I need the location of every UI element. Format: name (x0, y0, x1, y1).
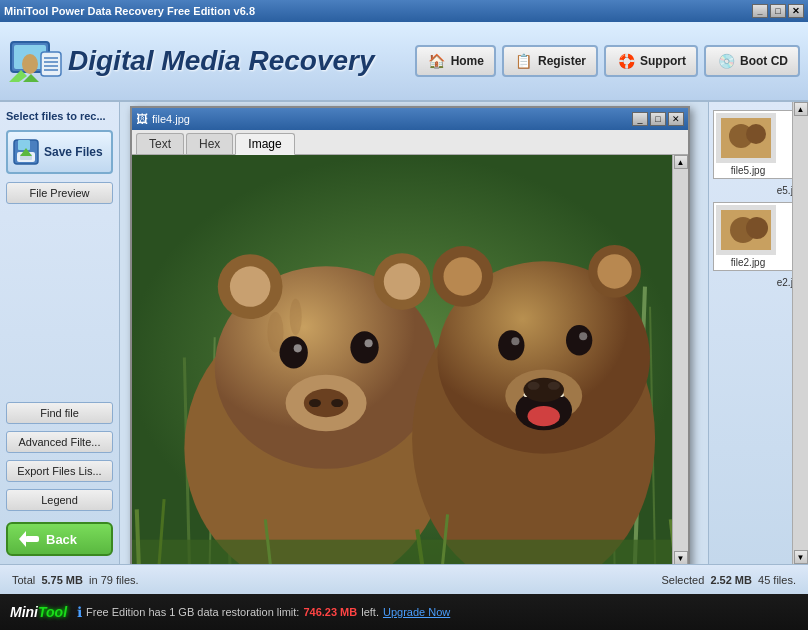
file-name-label: file2.jpg (716, 257, 780, 268)
svg-line-62 (137, 509, 139, 564)
svg-point-36 (294, 344, 302, 352)
minimize-button[interactable]: _ (752, 4, 768, 18)
svg-rect-61 (132, 540, 672, 564)
svg-point-42 (267, 312, 283, 352)
register-button[interactable]: 📋 Register (502, 45, 598, 77)
legend-button[interactable]: Legend (6, 489, 113, 511)
save-files-button[interactable]: Save Files (6, 130, 113, 174)
title-bar-text: MiniTool Power Data Recovery Free Editio… (4, 5, 255, 17)
scroll-up-arrow[interactable]: ▲ (674, 155, 688, 169)
total-status: Total 5.75 MB in 79 files. (12, 574, 139, 586)
sidebar: Select files to rec... Save Files File P… (0, 102, 120, 564)
selected-status: Selected 2.52 MB 45 files. (661, 574, 796, 586)
tab-hex[interactable]: Hex (186, 133, 233, 154)
right-panel: file5.jpg e5.jpg file2.jpg e2.jpg (708, 102, 808, 564)
right-scroll-up-arrow[interactable]: ▲ (794, 102, 808, 116)
preview-tabs: Text Hex Image (132, 130, 688, 155)
tool-text: Tool (38, 604, 67, 620)
svg-rect-16 (25, 536, 39, 542)
home-button[interactable]: 🏠 Home (415, 45, 496, 77)
main-content: Select files to rec... Save Files File P… (0, 102, 808, 564)
nav-buttons: 🏠 Home 📋 Register 🛟 Support 💿 Boot CD (415, 45, 800, 77)
scroll-track-vertical[interactable] (674, 169, 688, 551)
svg-point-53 (579, 332, 587, 340)
svg-point-58 (523, 378, 563, 402)
bootcd-button[interactable]: 💿 Boot CD (704, 45, 800, 77)
svg-point-70 (746, 124, 766, 144)
header: Digital Media Recovery 🏠 Home 📋 Register… (0, 22, 808, 102)
list-item[interactable]: file2.jpg (713, 202, 804, 271)
logo-text: Digital Media Recovery (68, 45, 375, 77)
thumbnail-image (716, 205, 776, 255)
export-files-button[interactable]: Export Files Lis... (6, 460, 113, 482)
maximize-button[interactable]: □ (770, 4, 786, 18)
preview-vertical-scrollbar[interactable]: ▲ ▼ (672, 155, 688, 564)
svg-point-43 (290, 299, 302, 335)
back-arrow-icon (18, 530, 40, 548)
svg-point-51 (566, 325, 592, 355)
bootcd-icon: 💿 (716, 51, 736, 71)
status-bar: Total 5.75 MB in 79 files. Selected 2.52… (0, 564, 808, 594)
svg-point-47 (444, 257, 482, 295)
svg-point-73 (746, 217, 768, 239)
svg-rect-11 (18, 140, 30, 150)
preview-titlebar: 🖼 file4.jpg _ □ ✕ (132, 108, 688, 130)
preview-content: ▲ ▼ (132, 155, 688, 564)
right-scroll-track[interactable] (794, 116, 808, 550)
svg-point-33 (384, 263, 420, 299)
bottom-message: ℹ Free Edition has 1 GB data restoration… (77, 604, 450, 620)
save-icon (12, 138, 40, 166)
preview-restore-button[interactable]: □ (650, 112, 666, 126)
svg-point-59 (528, 382, 540, 390)
back-button[interactable]: Back (6, 522, 113, 556)
svg-marker-15 (19, 531, 26, 547)
tab-text[interactable]: Text (136, 133, 184, 154)
register-icon: 📋 (514, 51, 534, 71)
find-file-button[interactable]: Find file (6, 402, 113, 424)
file-name-label: file5.jpg (716, 165, 780, 176)
svg-point-2 (22, 54, 38, 74)
mini-text: Mini (10, 604, 38, 620)
select-files-label: Select files to rec... (6, 110, 113, 122)
bear-illustration (132, 155, 672, 564)
file-preview-button[interactable]: File Preview (6, 182, 113, 204)
svg-point-41 (331, 399, 343, 407)
close-button[interactable]: ✕ (788, 4, 804, 18)
bottom-bar: Mini Tool ℹ Free Edition has 1 GB data r… (0, 594, 808, 630)
svg-point-60 (548, 382, 560, 390)
info-icon: ℹ (77, 604, 82, 620)
svg-point-57 (528, 406, 560, 426)
preview-title: 🖼 file4.jpg (136, 112, 190, 126)
scroll-down-arrow[interactable]: ▼ (674, 551, 688, 564)
upgrade-link[interactable]: Upgrade Now (383, 606, 450, 618)
support-button[interactable]: 🛟 Support (604, 45, 698, 77)
preview-dialog: 🖼 file4.jpg _ □ ✕ Text Hex Image (130, 106, 690, 564)
right-panel-scrollbar[interactable]: ▲ ▼ (792, 102, 808, 564)
svg-point-37 (365, 339, 373, 347)
svg-point-52 (511, 337, 519, 345)
right-scroll-down-arrow[interactable]: ▼ (794, 550, 808, 564)
advanced-filter-button[interactable]: Advanced Filte... (6, 431, 113, 453)
preview-close-button[interactable]: ✕ (668, 112, 684, 126)
svg-point-40 (309, 399, 321, 407)
minitool-logo: Mini Tool (10, 604, 67, 620)
list-item[interactable]: file5.jpg (713, 110, 804, 179)
preview-minimize-button[interactable]: _ (632, 112, 648, 126)
image-file-icon: 🖼 (136, 112, 148, 126)
thumbnail-image (716, 113, 776, 163)
home-icon: 🏠 (427, 51, 447, 71)
svg-point-49 (597, 254, 631, 288)
svg-rect-3 (41, 52, 61, 76)
tab-image[interactable]: Image (235, 133, 294, 155)
image-display (132, 155, 672, 564)
logo-area: Digital Media Recovery (8, 31, 405, 91)
logo-icon (8, 31, 68, 91)
main-panel: 🖼 file4.jpg _ □ ✕ Text Hex Image (120, 102, 708, 564)
svg-point-50 (498, 330, 524, 360)
preview-title-buttons: _ □ ✕ (632, 112, 684, 126)
svg-point-34 (280, 336, 308, 368)
svg-point-31 (230, 266, 270, 306)
support-icon: 🛟 (616, 51, 636, 71)
title-bar-buttons: _ □ ✕ (752, 4, 804, 18)
svg-point-35 (350, 331, 378, 363)
